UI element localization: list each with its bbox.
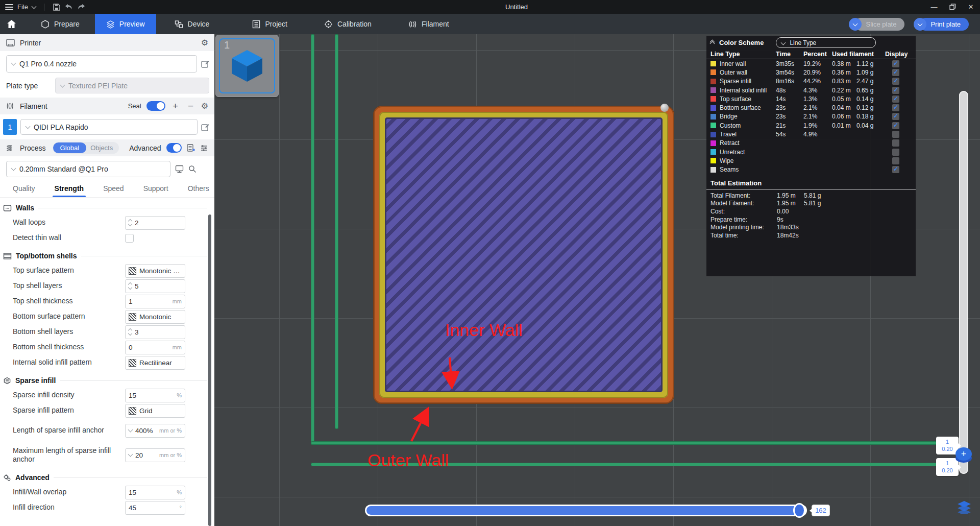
preview-3d-viewport[interactable]: 1 (214, 34, 980, 526)
tab-support[interactable]: Support (143, 184, 168, 197)
global-objects-toggle[interactable]: Global Objects (53, 142, 119, 154)
remove-filament-button[interactable]: − (186, 101, 196, 111)
anchor-length-select[interactable]: 400% mm or % (125, 424, 185, 438)
filament-select[interactable]: QIDI PLA Rapido (20, 119, 198, 135)
bottom-shell-layers-input[interactable]: 3 (125, 325, 185, 339)
advanced-toggle[interactable] (166, 143, 182, 153)
line-type-color-swatch (710, 158, 716, 163)
top-shell-thickness-input[interactable]: 1 mm (125, 295, 185, 308)
printer-icon (6, 39, 15, 46)
add-filament-button[interactable]: + (170, 101, 181, 111)
top-shell-layers-input[interactable]: 5 (125, 279, 185, 293)
process-preset-select[interactable]: 0.20mm Standard @Q1 Pro (6, 161, 170, 177)
layer-slider-track[interactable] (959, 91, 968, 474)
advanced-gears-icon (3, 474, 11, 482)
filament-section-title: Filament (20, 102, 47, 110)
menu-icon[interactable] (5, 4, 13, 10)
display-checkbox[interactable] (892, 157, 899, 164)
max-anchor-length-select[interactable]: 20 mm or % (125, 448, 185, 462)
display-checkbox[interactable] (892, 87, 899, 94)
save-icon[interactable] (53, 3, 61, 11)
sparse-infill-density-input[interactable]: 15 % (125, 389, 185, 402)
filament-settings-gear-icon[interactable]: ⚙ (201, 102, 208, 110)
tab-prepare[interactable]: Prepare (30, 14, 91, 34)
tab-strength[interactable]: Strength (55, 184, 84, 197)
printer-settings-gear-icon[interactable]: ⚙ (201, 39, 208, 47)
search-preset-icon[interactable] (188, 165, 197, 173)
infill-direction-input[interactable]: 45 ° (125, 501, 185, 515)
print-plate-button[interactable]: Print plate (919, 18, 969, 31)
tab-calibration[interactable]: Calibration (313, 14, 383, 34)
display-checkbox[interactable] (892, 139, 899, 147)
printer-edit-icon[interactable] (201, 60, 209, 68)
plate-thumbnail[interactable]: 1 (215, 35, 279, 97)
stepper-icon[interactable] (129, 329, 132, 335)
undo-icon[interactable] (65, 3, 73, 11)
model-outer-wall (374, 106, 674, 403)
tab-quality[interactable]: Quality (13, 184, 35, 197)
slice-plate-button[interactable]: Slice plate (854, 18, 904, 31)
collapse-panel-icon[interactable] (710, 40, 714, 45)
chevron-down-icon (11, 61, 16, 66)
layers-view-icon[interactable] (957, 500, 971, 516)
file-menu[interactable]: File (17, 3, 28, 11)
internal-solid-infill-pattern-select[interactable]: Rectilinear (125, 356, 185, 370)
display-checkbox[interactable] (892, 131, 899, 138)
display-checkbox[interactable] (892, 95, 899, 103)
detect-thin-wall-checkbox[interactable] (125, 234, 134, 243)
close-button[interactable]: ✕ (962, 0, 980, 14)
project-icon (252, 20, 260, 29)
preset-list-icon[interactable] (187, 144, 195, 152)
display-checkbox[interactable] (892, 122, 899, 129)
display-checkbox[interactable] (892, 149, 899, 156)
seg-global[interactable]: Global (53, 142, 87, 153)
home-button[interactable] (0, 14, 22, 34)
redo-icon[interactable] (77, 3, 85, 11)
view-mode-select[interactable]: Line Type (776, 37, 876, 48)
display-checkbox[interactable] (892, 60, 899, 67)
display-checkbox[interactable] (892, 113, 899, 120)
step-slider-handle[interactable] (793, 503, 805, 518)
sidebar-scrollbar[interactable] (208, 214, 211, 526)
bottom-surface-pattern-select[interactable]: Monotonic (125, 310, 185, 324)
stepper-icon[interactable] (129, 220, 132, 226)
tab-speed[interactable]: Speed (103, 184, 124, 197)
legend-row: Unretract (706, 148, 916, 156)
tab-filament[interactable]: Filament (397, 14, 460, 34)
preset-compare-icon[interactable] (200, 144, 208, 152)
top-surface-pattern-select[interactable]: Monotonic … (125, 264, 185, 278)
layer-slider-handle[interactable]: + (955, 447, 972, 465)
display-checkbox[interactable] (892, 166, 899, 173)
line-type-color-swatch (710, 132, 716, 137)
bottom-shell-thickness-input[interactable]: 0 mm (125, 341, 185, 354)
maximize-button[interactable] (943, 0, 962, 14)
stepper-icon[interactable] (129, 283, 132, 289)
filament-coil-icon (6, 102, 15, 110)
chevron-down-icon (26, 124, 31, 129)
minimize-button[interactable]: — (925, 0, 943, 14)
tab-device[interactable]: Device (163, 14, 221, 34)
color-scheme-panel: Color Scheme Line Type Line Type Time Pe… (706, 36, 916, 276)
tab-project[interactable]: Project (241, 14, 299, 34)
display-checkbox[interactable] (892, 69, 899, 76)
filament-edit-icon[interactable] (201, 123, 209, 131)
filament-slot-number[interactable]: 1 (3, 119, 17, 135)
infill-wall-overlap-input[interactable]: 15 % (125, 486, 185, 499)
plate-type-select[interactable]: Textured PEI Plate (55, 78, 209, 93)
internal-solid-infill-pattern-label: Internal solid infill pattern (13, 358, 117, 367)
display-checkbox[interactable] (892, 104, 899, 111)
tab-others[interactable]: Others (188, 184, 209, 197)
plate-type-value: Textured PEI Plate (68, 82, 128, 90)
settings-sidebar: Printer ⚙ Q1 Pro 0.4 nozzle Plate type T… (0, 34, 214, 526)
printer-section-header: Printer ⚙ (0, 34, 214, 51)
printer-select[interactable]: Q1 Pro 0.4 nozzle (6, 55, 197, 73)
sparse-infill-pattern-select[interactable]: Grid (125, 404, 185, 418)
file-menu-chevron-icon[interactable] (32, 4, 37, 9)
save-preset-icon[interactable] (175, 165, 184, 173)
tab-preview[interactable]: Preview (95, 14, 156, 34)
seal-toggle[interactable] (146, 101, 165, 111)
wall-loops-input[interactable]: 2 (125, 216, 185, 230)
display-checkbox[interactable] (892, 78, 899, 85)
seg-objects[interactable]: Objects (86, 142, 119, 153)
step-slider-track[interactable] (365, 505, 807, 516)
